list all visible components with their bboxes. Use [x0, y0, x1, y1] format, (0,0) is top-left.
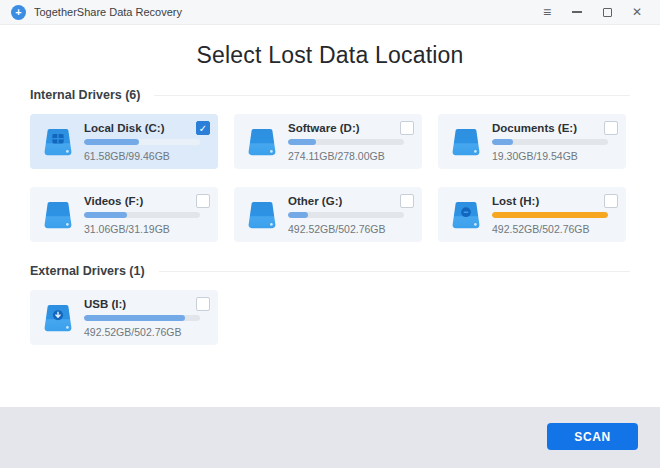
- capacity-bar: [84, 315, 200, 321]
- drive-size: 61.58GB/99.46GB: [84, 150, 200, 162]
- drive-card-other-g[interactable]: Other (G:) 492.52GB/502.76GB: [234, 187, 422, 242]
- capacity-bar-fill: [492, 139, 513, 145]
- capacity-bar-fill: [84, 315, 185, 321]
- drive-checkbox[interactable]: [196, 194, 210, 208]
- drive-card-local-disk-c[interactable]: Local Disk (C:) 61.58GB/99.46GB ✓: [30, 114, 218, 169]
- drive-card-documents-e[interactable]: Documents (E:) 19.30GB/19.54GB: [438, 114, 626, 169]
- page-title: Select Lost Data Location: [0, 42, 660, 69]
- lost-partition-icon: [449, 200, 483, 230]
- drive-name: Documents (E:): [492, 122, 608, 134]
- drive-checkbox[interactable]: ✓: [196, 121, 210, 135]
- check-icon: ✓: [199, 123, 207, 134]
- close-icon: ✕: [632, 5, 642, 19]
- hard-drive-icon: [449, 127, 483, 157]
- external-drivers-label: External Drivers (1): [30, 264, 145, 278]
- drive-info: Lost (H:) 492.52GB/502.76GB: [492, 195, 608, 235]
- drive-size: 492.52GB/502.76GB: [492, 223, 608, 235]
- drive-card-usb-i[interactable]: USB (I:) 492.52GB/502.76GB: [30, 290, 218, 345]
- capacity-bar: [84, 139, 200, 145]
- minimize-icon: [572, 11, 582, 13]
- internal-drivers-label: Internal Drivers (6): [30, 88, 140, 102]
- drive-name: Other (G:): [288, 195, 404, 207]
- drive-info: Other (G:) 492.52GB/502.76GB: [288, 195, 404, 235]
- drive-card-videos-f[interactable]: Videos (F:) 31.06GB/31.19GB: [30, 187, 218, 242]
- capacity-bar-fill: [288, 139, 316, 145]
- minimize-button[interactable]: [562, 0, 592, 25]
- drive-card-lost-h[interactable]: Lost (H:) 492.52GB/502.76GB: [438, 187, 626, 242]
- drive-name: Software (D:): [288, 122, 404, 134]
- drive-size: 274.11GB/278.00GB: [288, 150, 404, 162]
- capacity-bar: [492, 212, 608, 218]
- hard-drive-icon: [41, 200, 75, 230]
- capacity-bar-fill: [288, 212, 308, 218]
- drive-info: USB (I:) 492.52GB/502.76GB: [84, 298, 200, 338]
- drive-size: 31.06GB/31.19GB: [84, 223, 200, 235]
- external-drives-grid: USB (I:) 492.52GB/502.76GB: [30, 290, 630, 345]
- main-content: Internal Drivers (6) Local Disk (C:) 61.…: [0, 88, 660, 345]
- maximize-icon: [603, 8, 612, 17]
- drive-card-software-d[interactable]: Software (D:) 274.11GB/278.00GB: [234, 114, 422, 169]
- menu-button[interactable]: ≡: [532, 0, 562, 25]
- drive-checkbox[interactable]: [604, 121, 618, 135]
- drive-checkbox[interactable]: [400, 194, 414, 208]
- maximize-button[interactable]: [592, 0, 622, 25]
- titlebar: + TogetherShare Data Recovery ≡ ✕: [0, 0, 660, 25]
- drive-info: Local Disk (C:) 61.58GB/99.46GB: [84, 122, 200, 162]
- drive-checkbox[interactable]: [400, 121, 414, 135]
- drive-info: Videos (F:) 31.06GB/31.19GB: [84, 195, 200, 235]
- drive-info: Documents (E:) 19.30GB/19.54GB: [492, 122, 608, 162]
- divider-line: [154, 95, 630, 96]
- drive-name: Local Disk (C:): [84, 122, 200, 134]
- hamburger-menu-icon: ≡: [543, 4, 551, 20]
- capacity-bar-fill: [84, 212, 127, 218]
- hard-drive-icon: [245, 127, 279, 157]
- capacity-bar: [288, 139, 404, 145]
- usb-drive-icon: [41, 303, 75, 333]
- drive-name: Videos (F:): [84, 195, 200, 207]
- hard-drive-icon: [41, 127, 75, 157]
- divider-line: [159, 271, 630, 272]
- drive-info: Software (D:) 274.11GB/278.00GB: [288, 122, 404, 162]
- hard-drive-icon: [245, 200, 279, 230]
- footer-bar: SCAN: [0, 407, 660, 468]
- capacity-bar: [492, 139, 608, 145]
- drive-name: USB (I:): [84, 298, 200, 310]
- scan-button[interactable]: SCAN: [547, 423, 638, 450]
- app-title: TogetherShare Data Recovery: [34, 6, 182, 18]
- capacity-bar: [288, 212, 404, 218]
- drive-size: 19.30GB/19.54GB: [492, 150, 608, 162]
- drive-size: 492.52GB/502.76GB: [288, 223, 404, 235]
- internal-drives-grid: Local Disk (C:) 61.58GB/99.46GB ✓ Softwa…: [30, 114, 630, 242]
- drive-name: Lost (H:): [492, 195, 608, 207]
- drive-checkbox[interactable]: [604, 194, 618, 208]
- window-controls: ≡ ✕: [532, 0, 652, 25]
- internal-drivers-header: Internal Drivers (6): [30, 88, 630, 102]
- external-drivers-header: External Drivers (1): [30, 264, 630, 278]
- capacity-bar: [84, 212, 200, 218]
- drive-checkbox[interactable]: [196, 297, 210, 311]
- drive-size: 492.52GB/502.76GB: [84, 326, 200, 338]
- close-button[interactable]: ✕: [622, 0, 652, 25]
- capacity-bar-fill: [84, 139, 139, 145]
- capacity-bar-fill: [492, 212, 608, 218]
- app-logo-icon: +: [11, 5, 26, 20]
